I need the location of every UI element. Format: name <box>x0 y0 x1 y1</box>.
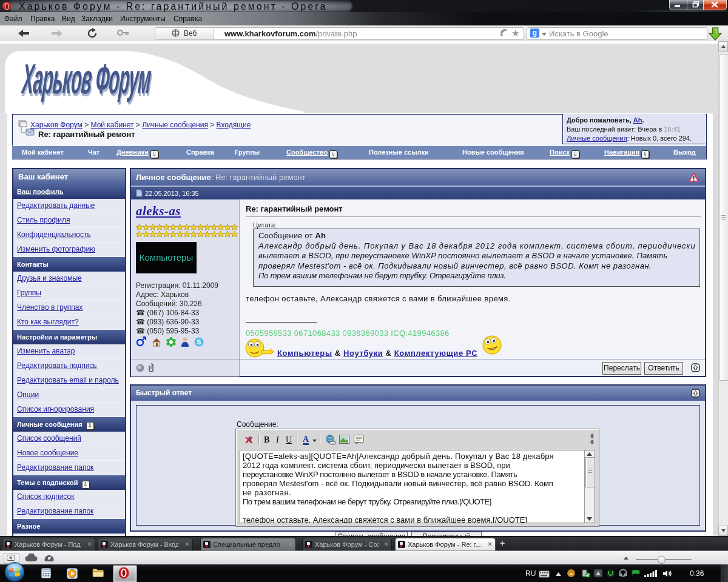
svg-text:S: S <box>197 338 201 346</box>
